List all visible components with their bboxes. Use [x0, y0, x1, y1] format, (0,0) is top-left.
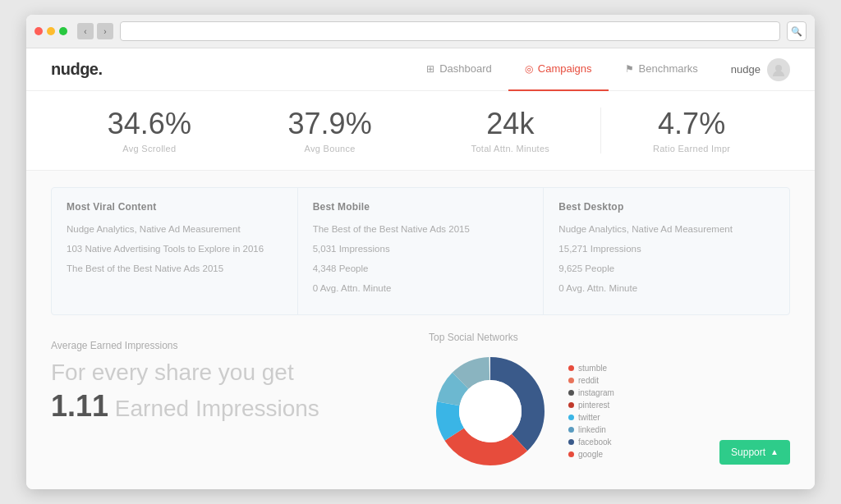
stumble-dot [568, 365, 574, 371]
stat-label-scrolled: Avg Scrolled [59, 144, 240, 153]
viral-item-2-0[interactable]: Nudge Analytics, Native Ad Measurement [558, 222, 774, 236]
viral-col-best-mobile: Best Mobile The Best of the Best Native … [298, 188, 545, 314]
stat-total-attn: 24k Total Attn. Minutes [420, 108, 601, 153]
viral-item-0-2[interactable]: The Best of the Best Native Ads 2015 [67, 262, 283, 275]
back-button[interactable]: ‹ [77, 23, 94, 39]
viral-col-most-viral: Most Viral Content Nudge Analytics, Nati… [52, 188, 298, 314]
username: nudge [731, 63, 761, 76]
dashboard-icon: ⊞ [426, 63, 434, 75]
legend-reddit: reddit [568, 376, 614, 385]
impression-highlight: 1.11 [51, 389, 108, 423]
twitter-label: twitter [578, 413, 600, 422]
nav-campaigns-label: Campaigns [538, 62, 592, 75]
nav-items: ⊞ Dashboard ◎ Campaigns ⚑ Benchmarks [410, 48, 715, 91]
stat-label-attn: Total Attn. Minutes [420, 144, 601, 153]
legend-instagram: instagram [568, 388, 614, 397]
twitter-dot [568, 415, 574, 420]
reddit-dot [568, 378, 574, 383]
campaigns-icon: ◎ [525, 63, 533, 75]
maximize-dot[interactable] [59, 27, 67, 35]
viral-item-1-0[interactable]: The Best of the Best Native Ads 2015 [313, 222, 529, 236]
most-viral-title: Most Viral Content [67, 201, 283, 213]
stumble-label: stumble [578, 364, 607, 373]
linkedin-label: linkedin [578, 425, 606, 434]
legend-linkedin: linkedin [568, 425, 614, 434]
stat-avg-bounce: 37.9% Avg Bounce [240, 108, 420, 153]
pinterest-dot [568, 402, 574, 408]
stat-avg-scrolled: 34.6% Avg Scrolled [59, 108, 240, 153]
legend-twitter: twitter [568, 413, 614, 422]
nav-dashboard-label: Dashboard [439, 62, 492, 75]
viral-item-2-2: 9,625 People [558, 262, 774, 275]
viral-col-best-desktop: Best Desktop Nudge Analytics, Native Ad … [544, 188, 789, 314]
stat-ratio-earned: 4.7% Ratio Earned Impr [600, 108, 782, 153]
stat-label-ratio: Ratio Earned Impr [601, 144, 782, 153]
support-button[interactable]: Support ▲ [719, 440, 790, 465]
nav-item-benchmarks[interactable]: ⚑ Benchmarks [609, 48, 715, 91]
best-desktop-title: Best Desktop [558, 201, 774, 213]
svg-point-6 [459, 380, 522, 442]
legend-pinterest: pinterest [568, 401, 614, 410]
support-label: Support [731, 447, 765, 458]
benchmarks-icon: ⚑ [625, 63, 634, 75]
best-mobile-title: Best Mobile [313, 201, 529, 213]
stat-label-bounce: Avg Bounce [240, 144, 420, 153]
close-dot[interactable] [34, 27, 43, 35]
forward-button[interactable]: › [97, 23, 113, 39]
viral-item-0-1[interactable]: 103 Native Advertising Tools to Explore … [67, 242, 283, 255]
viral-item-2-1: 15,271 Impressions [558, 242, 774, 255]
viral-item-1-1: 5,031 Impressions [313, 242, 529, 255]
nav-benchmarks-label: Benchmarks [639, 62, 698, 75]
url-bar[interactable] [120, 21, 780, 41]
facebook-dot [568, 439, 574, 445]
stat-value-scrolled: 34.6% [59, 108, 240, 140]
impression-text: For every share you get 1.11 Earned Impr… [51, 358, 412, 426]
user-area: nudge [731, 58, 790, 81]
earned-impressions-label: Average Earned Impressions [51, 340, 412, 351]
nav-item-campaigns[interactable]: ◎ Campaigns [508, 48, 609, 91]
linkedin-dot [568, 427, 574, 433]
nav-item-dashboard[interactable]: ⊞ Dashboard [410, 48, 508, 91]
earned-impressions: Average Earned Impressions For every sha… [51, 332, 412, 434]
browser-nav: ‹ › [77, 23, 113, 39]
stat-value-bounce: 37.9% [240, 108, 420, 140]
viral-item-1-3: 0 Avg. Attn. Minute [313, 282, 529, 295]
viral-item-1-2: 4,348 People [313, 262, 529, 275]
donut-chart [429, 350, 552, 473]
svg-point-0 [775, 65, 782, 71]
support-arrow-icon: ▲ [770, 447, 779, 456]
instagram-label: instagram [578, 388, 614, 397]
stat-value-attn: 24k [420, 108, 601, 140]
bottom-section: Average Earned Impressions For every sha… [51, 332, 790, 473]
pinterest-label: pinterest [578, 401, 609, 410]
logo: nudge. [51, 60, 103, 79]
top-nav: nudge. ⊞ Dashboard ◎ Campaigns ⚑ Benchma… [26, 48, 815, 91]
google-dot [568, 451, 574, 457]
instagram-dot [568, 390, 574, 396]
browser-search-icon[interactable]: 🔍 [787, 21, 807, 41]
google-label: google [578, 450, 603, 459]
stats-row: 34.6% Avg Scrolled 37.9% Avg Bounce 24k … [26, 91, 815, 171]
social-legend: stumble reddit instagram [568, 364, 614, 459]
legend-stumble: stumble [568, 364, 614, 373]
legend-facebook: facebook [568, 438, 614, 447]
content-area: Most Viral Content Nudge Analytics, Nati… [26, 171, 815, 489]
minimize-dot[interactable] [47, 27, 55, 35]
impression-line2: Earned Impressions [115, 396, 319, 421]
viral-item-2-3: 0 Avg. Attn. Minute [558, 282, 774, 295]
avatar[interactable] [767, 58, 790, 81]
viral-item-0-0[interactable]: Nudge Analytics, Native Ad Measurement [67, 222, 283, 236]
top-social-label: Top Social Networks [429, 332, 790, 343]
reddit-label: reddit [578, 376, 599, 385]
impression-line1: For every share you get [51, 360, 294, 385]
facebook-label: facebook [578, 438, 612, 447]
viral-table: Most Viral Content Nudge Analytics, Nati… [51, 187, 790, 315]
browser-dots [34, 27, 67, 35]
stat-value-ratio: 4.7% [601, 108, 782, 140]
legend-google: google [568, 450, 614, 459]
